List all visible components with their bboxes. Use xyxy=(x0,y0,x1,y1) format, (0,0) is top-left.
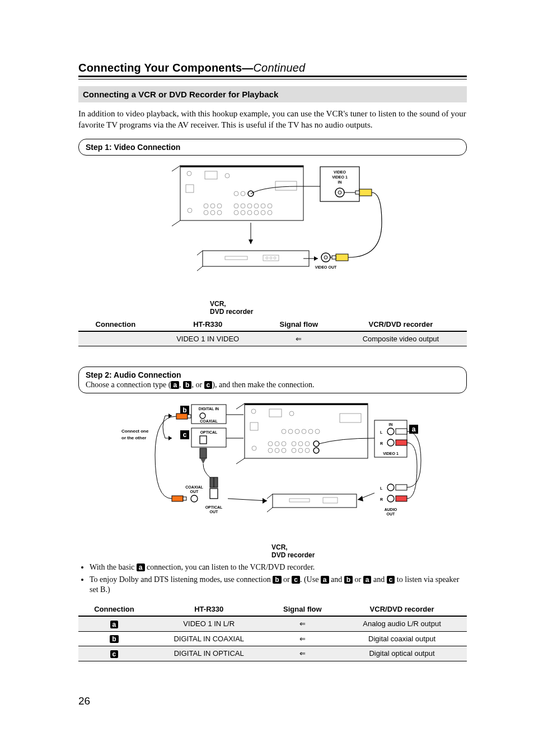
svg-rect-100 xyxy=(396,429,407,434)
table-header: Signal flow xyxy=(268,603,337,616)
svg-point-57 xyxy=(288,429,293,434)
svg-point-42 xyxy=(324,256,327,259)
svg-point-64 xyxy=(282,442,286,446)
step2-table: Connection HT-R330 Signal flow VCR/DVD r… xyxy=(78,603,467,661)
table-header: Signal flow xyxy=(263,318,335,331)
svg-point-71 xyxy=(292,448,296,453)
heading-rule xyxy=(78,76,467,79)
r-label: R xyxy=(380,442,383,445)
table-header: VCR/DVD recorder xyxy=(335,318,467,331)
svg-point-62 xyxy=(268,442,273,446)
coaxial-out-label: COAXIALOUT xyxy=(185,485,203,494)
table-header: Connection xyxy=(78,603,150,616)
table-row: VIDEO 1 IN VIDEO ⇐ Composite video outpu… xyxy=(78,331,467,346)
svg-point-68 xyxy=(292,442,296,446)
svg-point-18 xyxy=(247,204,252,208)
svg-point-25 xyxy=(254,210,259,215)
in-label: IN xyxy=(389,422,393,426)
intro-paragraph: In addition to video playback, with this… xyxy=(78,108,467,131)
step2-capsule: Step 2: Audio Connection Choose a connec… xyxy=(78,367,467,393)
step2-instruction: Choose a connection type (a, b, or c), a… xyxy=(86,381,460,389)
l-label: L xyxy=(380,430,383,434)
list-item: With the basic a connection, you can lis… xyxy=(90,562,467,572)
svg-point-91 xyxy=(191,495,198,502)
svg-rect-3 xyxy=(186,185,194,192)
svg-point-12 xyxy=(217,204,222,208)
jack-in-label: IN xyxy=(338,180,342,184)
digital-in-label: DIGITAL IN xyxy=(199,407,219,411)
step1-diagram: VIDEO VIDEO 1 IN VIDEO OUT xyxy=(152,161,393,295)
jack-video1-label: VIDEO 1 xyxy=(332,175,348,179)
svg-point-21 xyxy=(268,204,272,208)
coaxial-label: COAXIAL xyxy=(200,419,218,423)
optical-out-label: OPTICALOUT xyxy=(205,505,223,514)
page-title: Connecting Your Components—Continued xyxy=(78,62,467,74)
svg-point-39 xyxy=(270,257,272,259)
marker-a: a xyxy=(171,381,179,389)
svg-point-69 xyxy=(298,442,303,446)
table-header: HT-R330 xyxy=(153,318,263,331)
step1-device-caption: VCR, DVD recorder xyxy=(210,300,467,316)
svg-rect-92 xyxy=(172,496,183,501)
svg-point-28 xyxy=(188,208,192,213)
svg-point-72 xyxy=(298,448,303,453)
svg-rect-32 xyxy=(359,189,372,196)
svg-point-10 xyxy=(204,204,208,208)
svg-point-60 xyxy=(308,429,313,434)
svg-point-7 xyxy=(234,191,238,196)
svg-rect-104 xyxy=(396,485,407,490)
svg-point-74 xyxy=(252,446,256,450)
svg-rect-52 xyxy=(250,422,258,430)
svg-rect-35 xyxy=(203,251,309,266)
svg-point-73 xyxy=(305,448,310,453)
diagram-marker-b: b xyxy=(182,406,186,414)
table-header: Connection xyxy=(78,318,153,331)
svg-point-56 xyxy=(282,429,286,434)
svg-point-66 xyxy=(275,448,279,453)
svg-line-109 xyxy=(228,499,267,501)
svg-rect-106 xyxy=(273,494,357,508)
step2-title: Step 2: Audio Connection xyxy=(86,370,460,379)
marker-a: a xyxy=(137,564,145,571)
svg-marker-110 xyxy=(263,498,267,504)
svg-marker-112 xyxy=(358,496,363,501)
svg-point-17 xyxy=(241,204,245,208)
marker-c: c xyxy=(110,650,119,658)
svg-rect-85 xyxy=(200,448,207,458)
diagram-marker-a: a xyxy=(412,425,416,433)
svg-rect-108 xyxy=(323,497,338,503)
svg-point-103 xyxy=(387,495,394,502)
marker-b: b xyxy=(110,635,118,643)
svg-point-40 xyxy=(274,257,276,259)
svg-point-75 xyxy=(313,441,319,447)
svg-point-5 xyxy=(225,173,229,178)
video-out-label: VIDEO OUT xyxy=(315,265,337,269)
svg-point-11 xyxy=(210,204,215,208)
svg-point-26 xyxy=(261,210,265,215)
step2-device-caption: VCR, DVD recorder xyxy=(271,543,467,559)
svg-point-16 xyxy=(234,204,238,208)
svg-point-98 xyxy=(387,439,394,446)
step1-title: Step 1: Video Connection xyxy=(86,143,460,152)
svg-point-23 xyxy=(241,210,245,215)
svg-point-51 xyxy=(251,409,256,414)
title-sep: — xyxy=(242,62,253,74)
svg-rect-80 xyxy=(176,414,188,419)
step1-table: Connection HT-R330 Signal flow VCR/DVD r… xyxy=(78,318,467,346)
svg-point-20 xyxy=(261,204,265,208)
page-number: 26 xyxy=(78,695,467,707)
marker-c: c xyxy=(292,576,300,584)
svg-point-70 xyxy=(305,442,310,446)
svg-point-2 xyxy=(187,171,191,176)
svg-rect-83 xyxy=(200,436,207,444)
jack-video-label: VIDEO xyxy=(334,170,346,174)
marker-c: c xyxy=(387,576,395,584)
step1-capsule: Step 1: Video Connection xyxy=(78,139,467,156)
table-row: a VIDEO 1 IN L/R ⇐ Analog audio L/R outp… xyxy=(78,616,467,631)
svg-rect-37 xyxy=(263,255,279,261)
table-row: c DIGITAL IN OPTICAL ⇐ Digital optical o… xyxy=(78,646,467,661)
svg-point-14 xyxy=(210,210,215,215)
svg-rect-44 xyxy=(332,256,336,259)
svg-rect-105 xyxy=(396,496,407,501)
marker-b: b xyxy=(344,576,353,584)
